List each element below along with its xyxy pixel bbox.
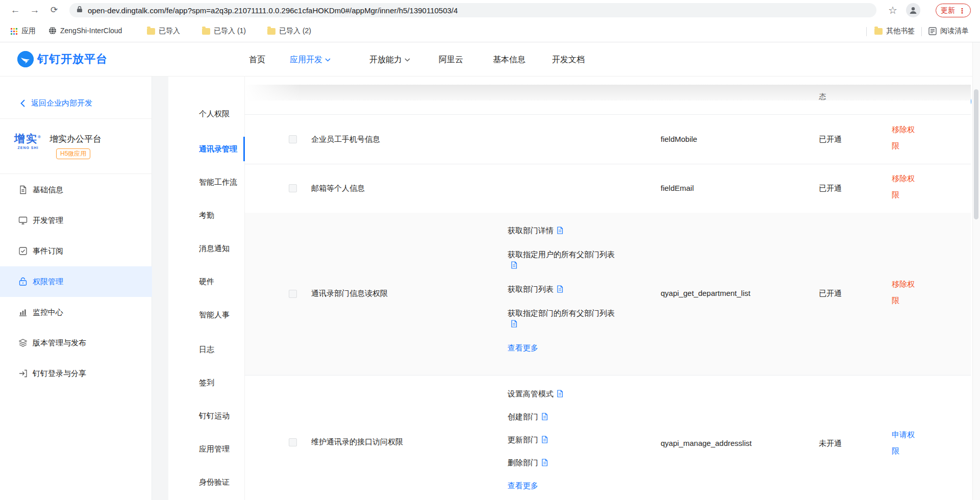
- perm-menu-log[interactable]: 日志: [199, 338, 243, 361]
- nav-item-basic-info[interactable]: 基本信息: [493, 55, 525, 65]
- sidebar-item-login-share[interactable]: 钉钉登录与分享: [0, 358, 152, 389]
- perm-menu-identity[interactable]: 身份验证: [199, 471, 243, 493]
- row4-checkbox[interactable]: [289, 438, 297, 446]
- bookmark-folder-imported-1[interactable]: 已导入 (1): [202, 27, 246, 36]
- dingtalk-logo-icon: [17, 51, 34, 67]
- remove-permission-link[interactable]: 移除权限: [892, 276, 918, 309]
- nav-item-aliyun[interactable]: 阿里云: [439, 55, 463, 65]
- api-doc-icon[interactable]: [557, 226, 563, 237]
- lock-icon: [18, 277, 28, 286]
- nav-item-dev-docs[interactable]: 开发文档: [552, 55, 585, 65]
- sidebar-item-basic-info[interactable]: 基础信息: [0, 174, 152, 205]
- api-doc-icon[interactable]: [557, 285, 563, 295]
- status-column-header-fragment: 态: [819, 92, 826, 102]
- view-more-link[interactable]: 查看更多: [508, 480, 620, 491]
- api-item: 设置高管模式: [508, 388, 620, 400]
- apps-shortcut[interactable]: 应用: [10, 27, 36, 36]
- row2-checkbox[interactable]: [289, 184, 297, 192]
- perm-menu-sport[interactable]: 钉钉运动: [199, 405, 243, 427]
- api-doc-icon[interactable]: [541, 458, 548, 469]
- permission-code: qyapi_manage_addresslist: [661, 439, 793, 447]
- sidebar-divider: [0, 173, 152, 174]
- api-item: 获取指定部门的所有父部门列表: [508, 308, 620, 330]
- nav-item-home[interactable]: 首页: [249, 55, 265, 65]
- back-to-internal-dev-link[interactable]: 返回企业内部开发: [20, 98, 92, 108]
- remove-permission-link[interactable]: 移除权限: [892, 121, 918, 154]
- row3-checkbox[interactable]: [289, 290, 297, 298]
- browser-toolbar: ← → ⟳ open-dev.dingtalk.com/fe/app?spm=a…: [0, 0, 980, 20]
- person-icon: [909, 6, 918, 15]
- update-label: 更新: [941, 6, 955, 15]
- permission-name: 维护通讯录的接口访问权限: [311, 437, 495, 447]
- api-doc-icon[interactable]: [511, 261, 517, 271]
- sidebar-item-permission-management[interactable]: 权限管理: [0, 266, 152, 297]
- perm-menu-app-management[interactable]: 应用管理: [199, 438, 243, 460]
- nav-item-open-capability[interactable]: 开放能力: [369, 55, 410, 65]
- dingtalk-brand[interactable]: 钉钉开放平台: [17, 51, 108, 67]
- chevron-left-icon: [20, 99, 25, 107]
- sidebar-item-monitor-center[interactable]: 监控中心: [0, 297, 152, 328]
- api-doc-icon[interactable]: [511, 319, 517, 330]
- chevron-down-icon: [325, 58, 331, 62]
- browser-menu-icon[interactable]: ⋮: [959, 7, 966, 15]
- bookmark-star-icon[interactable]: ☆: [887, 4, 899, 16]
- remove-permission-link[interactable]: 移除权限: [892, 170, 918, 203]
- nav-item-app-dev[interactable]: 应用开发: [290, 55, 331, 65]
- reload-icon[interactable]: ⟳: [48, 4, 60, 16]
- back-icon[interactable]: ←: [9, 4, 21, 16]
- bookmark-zengshi[interactable]: ZengShi-InterCloud: [48, 27, 122, 35]
- folder-icon: [267, 28, 275, 35]
- api-item: 获取部门详情: [508, 225, 620, 237]
- api-list: 设置高管模式 创建部门 更新部门 删除部门 查看更多: [508, 388, 620, 491]
- permission-code: qyapi_get_department_list: [661, 289, 793, 297]
- perm-menu-checkin[interactable]: 签到: [199, 371, 243, 394]
- permission-name: 企业员工手机号信息: [311, 135, 495, 144]
- api-doc-icon[interactable]: [541, 412, 548, 423]
- status-badge: 已开通: [819, 289, 880, 298]
- sidebar-item-version-release[interactable]: 版本管理与发布: [0, 328, 152, 358]
- status-badge: 未开通: [819, 439, 880, 448]
- forward-icon[interactable]: →: [29, 4, 41, 16]
- sidebar-item-event-subscription[interactable]: 事件订阅: [0, 236, 152, 266]
- perm-menu-smart-hr[interactable]: 智能人事: [199, 304, 243, 326]
- brand-title: 钉钉开放平台: [37, 52, 108, 67]
- permission-name: 通讯录部门信息读权限: [311, 289, 495, 298]
- api-item: 删除部门: [508, 457, 620, 469]
- api-doc-icon[interactable]: [541, 435, 548, 446]
- api-item: 获取部门列表: [508, 284, 620, 295]
- browser-profile-avatar[interactable]: [906, 3, 920, 17]
- address-bar[interactable]: open-dev.dingtalk.com/fe/app?spm=a2q3p.2…: [69, 3, 876, 17]
- perm-menu-hardware[interactable]: 硬件: [199, 270, 243, 293]
- perm-menu-attendance[interactable]: 考勤: [199, 204, 243, 227]
- site-nav: 钉钉开放平台 首页 应用开发 开放能力 阿里云 基本信息 开发文档 返回旧版 北…: [0, 42, 980, 77]
- chrome-update-button[interactable]: 更新 ⋮: [936, 4, 971, 17]
- api-item: 获取指定用户的所有父部门列表: [508, 249, 620, 271]
- perm-menu-workflow[interactable]: 智能工作流: [199, 171, 243, 193]
- checkbox-icon: [18, 246, 28, 256]
- perm-menu-addressbook[interactable]: 通讯录管理: [199, 138, 243, 160]
- page-scrollbar-thumb[interactable]: [974, 89, 978, 219]
- layers-icon: [18, 338, 28, 347]
- app-title: 增实办公平台: [49, 133, 102, 145]
- globe-icon: [48, 27, 57, 35]
- bookmark-folder-imported[interactable]: 已导入: [147, 27, 180, 36]
- table-header-clipped: [245, 85, 971, 101]
- other-bookmarks[interactable]: 其他书签: [874, 27, 915, 36]
- row1-checkbox[interactable]: [289, 135, 297, 143]
- bookmark-folder-imported-2[interactable]: 已导入 (2): [267, 27, 311, 36]
- api-doc-icon[interactable]: [557, 389, 563, 400]
- page-background-gap: [152, 77, 168, 500]
- perm-menu-message[interactable]: 消息通知: [199, 237, 243, 260]
- reading-list[interactable]: 阅读清单: [928, 27, 969, 36]
- view-more-link[interactable]: 查看更多: [508, 342, 620, 353]
- apply-permission-link[interactable]: 申请权限: [892, 427, 918, 459]
- login-share-icon: [18, 369, 28, 378]
- bookmarks-divider: [921, 27, 922, 36]
- app-logo: 增实® ZENG SHI: [14, 132, 42, 156]
- bookmarks-divider: [866, 27, 867, 36]
- folder-icon: [874, 28, 883, 35]
- perm-menu-personal[interactable]: 个人权限: [199, 103, 243, 125]
- monitor-icon: [18, 216, 28, 225]
- sidebar-item-dev-management[interactable]: 开发管理: [0, 205, 152, 236]
- folder-icon: [147, 28, 155, 35]
